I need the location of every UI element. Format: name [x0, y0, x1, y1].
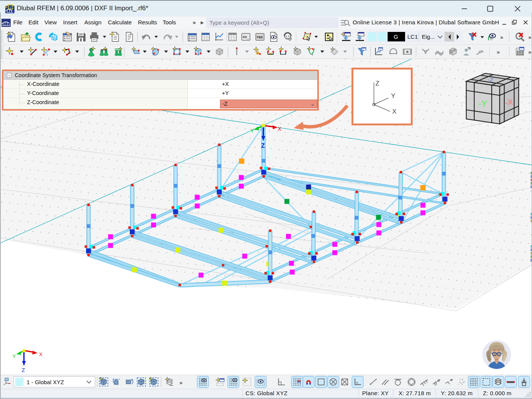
svg-text:Z: Z	[22, 367, 25, 373]
svg-text:»: »	[179, 379, 182, 386]
svg-text:-Z: -Z	[488, 76, 494, 83]
svg-text:X: X	[278, 126, 282, 132]
svg-text:I: I	[312, 53, 313, 57]
svg-text:Eig...: Eig...	[422, 33, 435, 40]
svg-text:»: »	[528, 49, 531, 55]
svg-text:»: »	[528, 34, 531, 40]
svg-text:-X: -X	[505, 98, 513, 107]
svg-text:X: X	[39, 352, 43, 357]
svg-text:Y: Y	[13, 353, 16, 359]
svg-text:Z: Z	[261, 142, 265, 149]
svg-text:Y: Y	[391, 92, 395, 100]
svg-text:Z: Z	[375, 80, 379, 87]
svg-text:Y: Y	[250, 128, 254, 134]
svg-text:6: 6	[5, 5, 7, 9]
svg-text:LC1: LC1	[407, 33, 418, 40]
svg-text:I: I	[47, 53, 48, 57]
svg-text:>sc: >sc	[256, 35, 263, 39]
svg-text:»: »	[497, 49, 500, 55]
svg-text:>>_: >>_	[242, 35, 249, 39]
svg-text:X: X	[392, 108, 396, 115]
svg-text:1 - Global XYZ: 1 - Global XYZ	[27, 379, 64, 385]
svg-text:»: »	[500, 34, 503, 40]
svg-text:-Y: -Y	[478, 98, 488, 109]
svg-text:G: G	[394, 33, 398, 40]
